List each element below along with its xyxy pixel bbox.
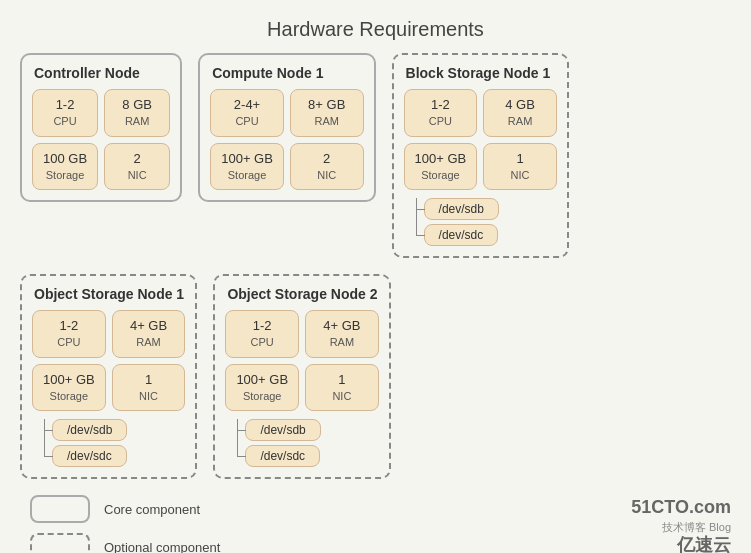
legend-core: Core component	[30, 495, 721, 523]
compute-node-title: Compute Node 1	[210, 65, 363, 81]
object1-cpu: 1-2 CPU	[32, 310, 106, 358]
object1-ram: 4+ GB RAM	[112, 310, 186, 358]
object2-dev-sdb: /dev/sdb	[245, 419, 320, 441]
controller-storage: 100 GB Storage	[32, 143, 98, 191]
legend-optional: Optional component	[30, 533, 721, 553]
block-storage: 100+ GB Storage	[404, 143, 478, 191]
controller-spec-grid: 1-2 CPU 8 GB RAM 100 GB Storage 2 NIC	[32, 89, 170, 190]
controller-ram: 8 GB RAM	[104, 89, 170, 137]
object1-node-title: Object Storage Node 1	[32, 286, 185, 302]
object2-dev-sdc: /dev/sdc	[245, 445, 320, 467]
object1-dev-sdb: /dev/sdb	[52, 419, 127, 441]
compute-node-box: Compute Node 1 2-4+ CPU 8+ GB RAM 100+ G…	[198, 53, 375, 202]
block-dev-sdb: /dev/sdb	[424, 198, 499, 220]
legend-optional-box	[30, 533, 90, 553]
legend-core-label: Core component	[104, 502, 200, 517]
block-ram: 4 GB RAM	[483, 89, 557, 137]
block-node-box: Block Storage Node 1 1-2 CPU 4 GB RAM 10…	[392, 53, 569, 258]
object1-dev-list: /dev/sdb /dev/sdc	[32, 419, 185, 467]
object1-nic: 1 NIC	[112, 364, 186, 412]
controller-cpu: 1-2 CPU	[32, 89, 98, 137]
object1-dev-sdc: /dev/sdc	[52, 445, 127, 467]
block-dev-sdc: /dev/sdc	[424, 224, 499, 246]
compute-storage: 100+ GB Storage	[210, 143, 284, 191]
block-cpu: 1-2 CPU	[404, 89, 478, 137]
object1-node-box: Object Storage Node 1 1-2 CPU 4+ GB RAM …	[20, 274, 197, 479]
watermark: 51CTO.com 技术博客 Blog 亿速云	[631, 496, 731, 553]
compute-cpu: 2-4+ CPU	[210, 89, 284, 137]
object1-spec-grid: 1-2 CPU 4+ GB RAM 100+ GB Storage 1 NIC	[32, 310, 185, 411]
top-row: Controller Node 1-2 CPU 8 GB RAM 100 GB …	[20, 53, 731, 258]
block-nic: 1 NIC	[483, 143, 557, 191]
controller-nic: 2 NIC	[104, 143, 170, 191]
block-spec-grid: 1-2 CPU 4 GB RAM 100+ GB Storage 1 NIC	[404, 89, 557, 190]
object2-storage: 100+ GB Storage	[225, 364, 299, 412]
object2-cpu: 1-2 CPU	[225, 310, 299, 358]
watermark-brand: 亿速云	[631, 534, 731, 553]
object2-node-title: Object Storage Node 2	[225, 286, 378, 302]
object1-storage: 100+ GB Storage	[32, 364, 106, 412]
object2-dev-list: /dev/sdb /dev/sdc	[225, 419, 378, 467]
object2-ram: 4+ GB RAM	[305, 310, 379, 358]
compute-nic: 2 NIC	[290, 143, 364, 191]
bottom-row: Object Storage Node 1 1-2 CPU 4+ GB RAM …	[20, 274, 731, 479]
object2-nic: 1 NIC	[305, 364, 379, 412]
controller-node-box: Controller Node 1-2 CPU 8 GB RAM 100 GB …	[20, 53, 182, 202]
page-title: Hardware Requirements	[0, 0, 751, 53]
object2-spec-grid: 1-2 CPU 4+ GB RAM 100+ GB Storage 1 NIC	[225, 310, 378, 411]
compute-spec-grid: 2-4+ CPU 8+ GB RAM 100+ GB Storage 2 NIC	[210, 89, 363, 190]
controller-node-title: Controller Node	[32, 65, 170, 81]
legend-optional-label: Optional component	[104, 540, 220, 553]
compute-ram: 8+ GB RAM	[290, 89, 364, 137]
watermark-site: 51CTO.com	[631, 496, 731, 519]
watermark-sub: 技术博客 Blog	[631, 520, 731, 534]
block-node-title: Block Storage Node 1	[404, 65, 557, 81]
main-layout: Controller Node 1-2 CPU 8 GB RAM 100 GB …	[0, 53, 751, 479]
object2-node-box: Object Storage Node 2 1-2 CPU 4+ GB RAM …	[213, 274, 390, 479]
block-dev-list: /dev/sdb /dev/sdc	[404, 198, 557, 246]
legend-core-box	[30, 495, 90, 523]
